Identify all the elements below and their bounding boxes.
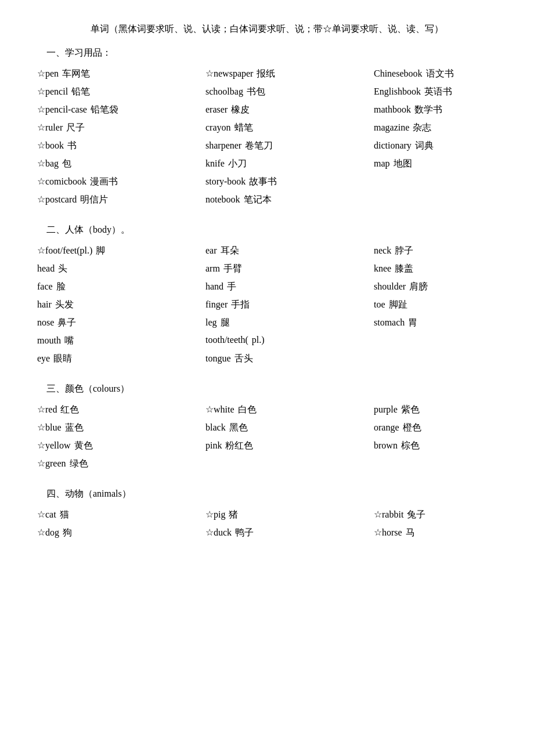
vocab-cell: mouth嘴 [35,332,203,350]
vocab-cell: hair头发 [35,296,203,314]
vocab-cell: arm手臂 [203,260,371,278]
vocab-cell: ☆duck鸭子 [203,524,371,542]
vocab-trans: 兔子 [407,509,425,521]
vocab-cell: ☆newspaper报纸 [203,65,371,83]
vocab-word: ☆yellow [37,440,71,451]
vocab-word: mouth [37,335,61,346]
vocab-cell: ☆book书 [35,137,203,155]
vocab-trans: 马 [406,527,415,539]
vocab-trans: 地图 [394,158,412,170]
vocab-cell: ear耳朵 [203,242,371,260]
vocab-word: schoolbag [205,86,243,97]
section-title-section1: 一、学习用品： [46,47,499,59]
vocab-cell: ☆yellow黄色 [35,437,203,455]
vocab-grid-section1: ☆pen车网笔☆newspaper报纸Chinesebook语文书☆pencil… [35,65,499,209]
page-container: 单词（黑体词要求听、说、认读；白体词要求听、说；带☆单词要求听、说、读、写） 一… [35,23,499,548]
vocab-cell: finger手指 [203,296,371,314]
vocab-word: nose [37,317,54,328]
vocab-cell: ☆comicbook漫画书 [35,173,203,191]
vocab-cell: ☆ruler尺子 [35,119,203,137]
vocab-word: leg [205,317,217,328]
vocab-cell: ☆cat猫 [35,506,203,524]
vocab-cell [371,350,534,368]
vocab-trans: 眼睛 [53,353,72,365]
vocab-cell: eye眼睛 [35,350,203,368]
vocab-cell: mathbook数学书 [371,101,534,119]
vocab-word: magazine [374,122,409,133]
vocab-cell: Chinesebook语文书 [371,65,534,83]
vocab-trans: 猫 [60,509,69,521]
vocab-cell: brown棕色 [371,437,534,455]
vocab-trans: 鼻子 [57,317,76,329]
vocab-trans: 棕色 [401,440,420,452]
vocab-cell: ☆dog狗 [35,524,203,542]
vocab-grid-section3: ☆red红色☆white白色purple紫色☆blue蓝色black黑色oran… [35,401,499,473]
vocab-trans: 书包 [247,86,265,98]
vocab-trans: 手指 [231,299,250,311]
vocab-cell: ☆foot/feet(pl.)脚 [35,242,203,260]
vocab-trans: 蜡笔 [234,122,253,134]
vocab-cell [371,332,534,350]
vocab-trans: 粉红色 [225,440,253,452]
vocab-grid-section2: ☆foot/feet(pl.)脚ear耳朵neck脖子head头arm手臂kne… [35,242,499,368]
vocab-cell: ☆white白色 [203,401,371,419]
vocab-trans: 肩膀 [409,281,428,293]
vocab-cell: knee膝盖 [371,260,534,278]
vocab-word: ☆bag [37,158,59,169]
vocab-cell: black黑色 [203,419,371,437]
page-title: 单词（黑体词要求听、说、认读；白体词要求听、说；带☆单词要求听、说、读、写） [35,23,499,35]
vocab-trans: 数学书 [414,104,442,116]
vocab-trans: 脚 [96,245,105,257]
vocab-word: ☆rabbit [374,509,403,520]
vocab-cell: tooth/teeth(pl.) [203,332,371,350]
vocab-trans: 狗 [63,527,72,539]
vocab-word: Chinesebook [374,68,423,79]
vocab-trans: 耳朵 [221,245,239,257]
vocab-trans: 书 [67,140,77,152]
vocab-trans: 笔记本 [244,194,272,206]
vocab-word: sharpener [205,140,241,151]
vocab-trans: 头发 [55,299,74,311]
vocab-cell: ☆horse马 [371,524,534,542]
vocab-word: toe [374,299,385,310]
vocab-word: hair [37,299,52,310]
vocab-trans: 包 [62,158,71,170]
vocab-cell: ☆blue蓝色 [35,419,203,437]
vocab-trans: 橡皮 [231,104,250,116]
vocab-word: tooth/teeth( [205,335,248,345]
vocab-trans: 脚趾 [389,299,407,311]
vocab-word: ☆duck [205,527,232,538]
vocab-trans: 脖子 [395,245,413,257]
vocab-cell: ☆rabbit兔子 [371,506,534,524]
vocab-cell: shoulder肩膀 [371,278,534,296]
vocab-trans: 车网笔 [62,68,90,80]
section-title-section2: 二、人体（body）。 [46,224,499,236]
vocab-word: knife [205,158,225,169]
vocab-trans: 尺子 [66,122,85,134]
vocab-word: brown [374,440,398,451]
vocab-cell: notebook笔记本 [203,191,371,209]
vocab-trans: 杂志 [413,122,431,134]
vocab-cell: ☆pen车网笔 [35,65,203,83]
vocab-trans: 红色 [60,404,79,416]
vocab-trans: 铅笔 [71,86,90,98]
vocab-cell: schoolbag书包 [203,83,371,101]
vocab-trans: 黄色 [74,440,93,452]
vocab-cell [371,173,534,191]
vocab-word: ☆foot/feet(pl.) [37,245,92,256]
vocab-trans: 脸 [56,281,66,293]
vocab-cell: ☆pencil铅笔 [35,83,203,101]
vocab-cell: Englishbook英语书 [371,83,534,101]
vocab-word: ☆cat [37,509,56,520]
vocab-word: face [37,281,53,292]
vocab-cell: ☆green绿色 [35,455,203,473]
vocab-trans: 腿 [221,317,230,329]
vocab-cell: face脸 [35,278,203,296]
vocab-trans: 鸭子 [235,527,254,539]
vocab-trans: 嘴 [64,335,74,347]
vocab-word: ☆pencil-case [37,104,87,115]
vocab-word: ☆red [37,404,57,415]
vocab-cell: dictionary词典 [371,137,534,155]
vocab-trans: 手 [227,281,236,293]
vocab-trans: 紫色 [401,404,420,416]
